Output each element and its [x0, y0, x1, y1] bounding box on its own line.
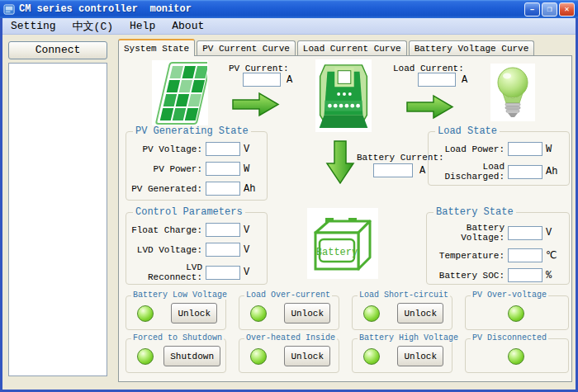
temperature-label: Temperature: — [439, 251, 505, 261]
close-button-icon[interactable]: ✕ — [559, 2, 575, 17]
alarm-title: Over-heated Inside — [244, 333, 337, 342]
alarm-title: Battery High Voltage — [358, 333, 460, 342]
load-over-current-led-icon — [250, 305, 267, 322]
minimize-button-icon[interactable]: – — [524, 2, 540, 17]
tab-load-current-curve[interactable]: Load Current Curve — [297, 40, 407, 56]
float-charge-label: Float Charge: — [131, 225, 202, 235]
tab-pv-current-curve[interactable]: PV Current Curve — [197, 40, 296, 56]
tab-bar: System State PV Current Curve Load Curre… — [118, 39, 536, 56]
group-pv-generating-state: PV Generating State PV Voltage:V PV Powe… — [126, 131, 268, 201]
menu-language[interactable]: 中文(C) — [64, 18, 121, 35]
load-discharged-unit: Ah — [546, 166, 564, 177]
over-heated-inside-unlock-button[interactable]: Unlock — [284, 346, 330, 366]
titlebar[interactable]: CM series controller monitor – ❐ ✕ — [0, 0, 578, 18]
pv-voltage-unit: V — [244, 144, 262, 155]
lvd-voltage-unit: V — [244, 244, 262, 256]
lvd-reconnect-field[interactable] — [206, 266, 240, 280]
pv-generated-unit: Ah — [244, 183, 262, 195]
controller-icon — [315, 59, 372, 132]
load-short-circuit-led-icon — [363, 305, 380, 322]
pv-power-label: PV Power: — [154, 164, 202, 174]
alarm-title: Load Over-current — [244, 290, 332, 300]
alarm-load-over-current: Load Over-current Unlock — [239, 295, 339, 330]
load-over-current-unlock-button[interactable]: Unlock — [284, 303, 330, 324]
alarm-load-short-circuit: Load Short-circuit Unlock — [352, 295, 452, 330]
load-short-circuit-unlock-button[interactable]: Unlock — [397, 303, 443, 324]
arrow-down-battery-icon — [325, 140, 355, 185]
load-power-unit: W — [546, 144, 564, 155]
menu-about[interactable]: About — [163, 19, 212, 33]
alarm-pv-disconnected: PV Disconnected — [465, 338, 569, 373]
window-title: CM series controller monitor — [19, 3, 524, 15]
lvd-reconnect-label: LVD Reconnect: — [126, 262, 202, 282]
system-state-panel: PV Current: A — [118, 55, 572, 382]
lvd-reconnect-unit: V — [244, 267, 262, 278]
tab-battery-voltage-curve[interactable]: Battery Voltage Curve — [409, 40, 535, 56]
alarm-forced-to-shutdown: Forced to Shutdown Shutdown — [126, 338, 226, 373]
battery-icon-label: Battery — [316, 247, 358, 258]
pv-power-field[interactable] — [206, 162, 240, 176]
window-controls: – ❐ ✕ — [524, 2, 575, 17]
pv-voltage-field[interactable] — [206, 142, 240, 156]
alarm-title: PV Disconnected — [471, 333, 548, 342]
battery-icon: Battery — [307, 208, 378, 279]
arrow-right-pv-icon — [232, 91, 280, 118]
pv-current-field[interactable] — [243, 73, 281, 87]
group-load-state: Load State Load Power:W Load Discharged:… — [428, 131, 570, 186]
load-power-field[interactable] — [508, 142, 542, 156]
alarm-pv-over-voltage: PV Over-voltage — [465, 295, 569, 330]
alarm-title: Load Short-circuit — [358, 290, 450, 300]
battery-voltage-label: Battery Voltage: — [427, 223, 505, 243]
lvd-voltage-label: LVD Voltage: — [137, 245, 202, 255]
battery-voltage-field[interactable] — [508, 226, 542, 240]
solar-panel-icon — [152, 60, 208, 129]
light-bulb-icon — [490, 64, 535, 121]
menu-help[interactable]: Help — [121, 19, 163, 33]
group-title: Load State — [435, 125, 500, 137]
message-list[interactable] — [8, 63, 107, 376]
pv-generated-label: PV Generated: — [131, 184, 202, 194]
battery-current-field[interactable] — [373, 163, 413, 177]
float-charge-unit: V — [244, 224, 262, 236]
forced-to-shutdown-led-icon — [137, 348, 154, 365]
alarm-title: Forced to Shutdown — [131, 333, 224, 342]
menubar: Setting 中文(C) Help About — [2, 18, 576, 35]
lvd-voltage-field[interactable] — [206, 243, 240, 257]
pv-power-unit: W — [244, 163, 262, 175]
battery-voltage-unit: V — [546, 227, 564, 239]
group-title: PV Generating State — [133, 125, 251, 137]
float-charge-field[interactable] — [206, 223, 240, 237]
pv-disconnected-led-icon — [508, 348, 524, 365]
alarm-battery-high-voltage: Battery High Voltage Unlock — [352, 338, 452, 373]
load-power-label: Load Power: — [444, 144, 505, 154]
load-discharged-field[interactable] — [508, 165, 542, 179]
alarm-title: PV Over-voltage — [471, 290, 548, 300]
connect-button[interactable]: Connect — [8, 41, 107, 59]
battery-high-voltage-unlock-button[interactable]: Unlock — [397, 346, 443, 366]
alarm-over-heated-inside: Over-heated Inside Unlock — [239, 338, 339, 373]
pv-generated-field[interactable] — [206, 182, 240, 196]
window-body: Setting 中文(C) Help About Connect System … — [0, 18, 578, 392]
forced-to-shutdown-shutdown-button[interactable]: Shutdown — [163, 346, 220, 366]
arrow-right-load-icon — [406, 93, 454, 120]
app-icon — [3, 3, 16, 16]
group-title: Control Parameters — [133, 206, 245, 218]
maximize-button-icon[interactable]: ❐ — [542, 2, 557, 17]
temperature-field[interactable] — [508, 248, 542, 262]
battery-soc-field[interactable] — [508, 268, 542, 282]
battery-low-voltage-led-icon — [137, 305, 154, 322]
battery-low-voltage-unlock-button[interactable]: Unlock — [171, 303, 217, 324]
pv-current-unit: A — [287, 74, 292, 86]
over-heated-inside-led-icon — [250, 348, 267, 365]
temperature-unit: ℃ — [546, 249, 564, 262]
tab-system-state[interactable]: System State — [118, 39, 195, 56]
battery-soc-label: Battery SOC: — [439, 271, 505, 281]
load-discharged-label: Load Discharged: — [429, 162, 505, 182]
load-current-field[interactable] — [418, 73, 456, 87]
battery-current-unit: A — [419, 165, 425, 177]
pv-over-voltage-led-icon — [508, 305, 524, 322]
battery-high-voltage-led-icon — [363, 348, 380, 365]
menu-setting[interactable]: Setting — [2, 19, 64, 33]
alarm-battery-low-voltage: Battery Low Voltage Unlock — [126, 295, 226, 330]
battery-soc-unit: % — [546, 270, 564, 281]
